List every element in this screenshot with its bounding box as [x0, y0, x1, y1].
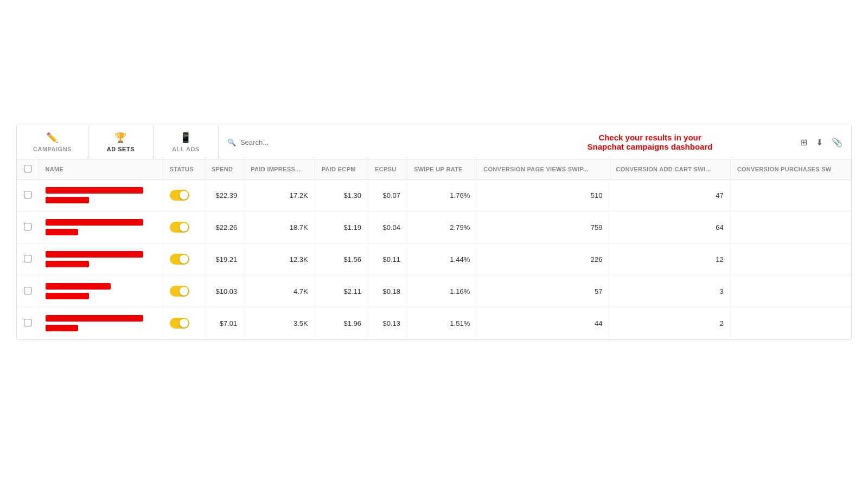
allads-icon: 📱: [180, 132, 192, 144]
search-icon: 🔍: [227, 138, 236, 146]
table-header-row: NAME STATUS SPEND PAID IMPRESS... PAID E…: [17, 159, 851, 179]
row-name: [39, 307, 163, 339]
adsets-icon: 🏆: [114, 132, 127, 144]
row-conv-purchases: [730, 243, 851, 275]
redacted-bar: [46, 261, 89, 267]
row-spend: $22.39: [205, 179, 244, 211]
row-checkbox-cell: [17, 307, 39, 339]
redacted-bar: [46, 229, 78, 235]
header-conv-add-cart: CONVERSION ADD CART SWI...: [609, 159, 730, 179]
redacted-bar: [46, 251, 143, 258]
row-name: [39, 243, 163, 275]
redacted-bar: [46, 315, 143, 322]
banner-line2: Snapchat campaigns dashboard: [514, 142, 786, 151]
row-swipe-up-rate: 1.16%: [407, 275, 477, 307]
status-toggle[interactable]: [170, 254, 189, 265]
row-paid-impressions: 17.2K: [244, 179, 315, 211]
header-check[interactable]: [17, 159, 39, 179]
tab-adsets[interactable]: 🏆 AD SETS: [88, 125, 154, 159]
row-conv-purchases: [730, 211, 851, 243]
allads-label: ALL ADS: [172, 146, 200, 152]
search-input[interactable]: [240, 138, 349, 146]
row-checkbox[interactable]: [24, 255, 31, 262]
row-name: [39, 211, 163, 243]
row-ecpsu: $0.11: [368, 243, 407, 275]
header-spend: SPEND: [205, 159, 244, 179]
table-row: $7.013.5K$1.96$0.131.51%442: [17, 307, 851, 339]
row-conv-page-views: 510: [477, 179, 609, 211]
tab-campaigns[interactable]: ✏️ CAMPAIGNS: [17, 125, 88, 159]
toolbar-right: ⊞ ⬇ 📎: [792, 137, 851, 147]
redacted-bar: [46, 187, 143, 194]
row-spend: $7.01: [205, 307, 244, 339]
row-swipe-up-rate: 1.76%: [407, 179, 477, 211]
toggle-track: [170, 190, 189, 201]
row-status: [163, 275, 205, 307]
row-conv-page-views: 57: [477, 275, 609, 307]
header-conv-page-views: CONVERSION PAGE VIEWS SWIP...: [477, 159, 609, 179]
banner-text: Check your results in your Snapchat camp…: [508, 127, 792, 157]
row-ecpsu: $0.04: [368, 211, 407, 243]
select-all-checkbox[interactable]: [24, 165, 31, 172]
header-name: NAME: [39, 159, 163, 179]
toggle-track: [170, 318, 189, 329]
redacted-bar: [46, 197, 89, 203]
row-paid-ecpm: $1.30: [315, 179, 368, 211]
row-conv-add-cart: 2: [609, 307, 730, 339]
table-row: $22.3917.2K$1.30$0.071.76%51047: [17, 179, 851, 211]
toggle-thumb: [180, 287, 188, 296]
table-row: $10.034.7K$2.11$0.181.16%573: [17, 275, 851, 307]
campaigns-icon: ✏️: [46, 132, 59, 144]
row-status: [163, 243, 205, 275]
clip-icon[interactable]: 📎: [832, 137, 843, 147]
row-checkbox-cell: [17, 211, 39, 243]
row-name: [39, 179, 163, 211]
download-icon[interactable]: ⬇: [816, 137, 823, 147]
status-toggle[interactable]: [170, 190, 189, 201]
redacted-bar: [46, 283, 111, 290]
status-toggle[interactable]: [170, 222, 189, 233]
row-conv-add-cart: 3: [609, 275, 730, 307]
header-ecpsu: ECPSU: [368, 159, 407, 179]
row-checkbox[interactable]: [24, 223, 31, 230]
row-paid-ecpm: $1.96: [315, 307, 368, 339]
redacted-bar: [46, 293, 89, 299]
tab-allads[interactable]: 📱 ALL ADS: [154, 125, 219, 159]
status-toggle[interactable]: [170, 318, 189, 329]
header-paid-impressions: PAID IMPRESS...: [244, 159, 315, 179]
row-checkbox-cell: [17, 275, 39, 307]
header-paid-ecpm: PAID ECPM: [315, 159, 368, 179]
top-nav: ✏️ CAMPAIGNS 🏆 AD SETS 📱 ALL ADS 🔍 Check…: [17, 125, 851, 159]
row-spend: $19.21: [205, 243, 244, 275]
row-status: [163, 211, 205, 243]
table-row: $19.2112.3K$1.56$0.111.44%22612: [17, 243, 851, 275]
dashboard-container: ✏️ CAMPAIGNS 🏆 AD SETS 📱 ALL ADS 🔍 Check…: [16, 125, 852, 340]
row-swipe-up-rate: 1.44%: [407, 243, 477, 275]
row-conv-add-cart: 12: [609, 243, 730, 275]
row-checkbox[interactable]: [24, 287, 31, 294]
data-table: NAME STATUS SPEND PAID IMPRESS... PAID E…: [17, 159, 851, 339]
redacted-bar: [46, 325, 78, 331]
row-swipe-up-rate: 1.51%: [407, 307, 477, 339]
toggle-track: [170, 254, 189, 265]
row-conv-add-cart: 64: [609, 211, 730, 243]
row-paid-impressions: 3.5K: [244, 307, 315, 339]
row-name: [39, 275, 163, 307]
status-toggle[interactable]: [170, 286, 189, 297]
table-row: $22.2618.7K$1.19$0.042.79%75964: [17, 211, 851, 243]
row-paid-ecpm: $1.19: [315, 211, 368, 243]
columns-icon[interactable]: ⊞: [800, 137, 807, 147]
header-swipe-up-rate: SWIPE UP RATE: [407, 159, 477, 179]
row-ecpsu: $0.18: [368, 275, 407, 307]
row-paid-impressions: 12.3K: [244, 243, 315, 275]
row-spend: $22.26: [205, 211, 244, 243]
row-conv-page-views: 44: [477, 307, 609, 339]
toggle-thumb: [180, 223, 188, 232]
row-checkbox-cell: [17, 243, 39, 275]
row-ecpsu: $0.13: [368, 307, 407, 339]
row-paid-ecpm: $1.56: [315, 243, 368, 275]
row-checkbox[interactable]: [24, 191, 31, 198]
row-conv-page-views: 759: [477, 211, 609, 243]
row-checkbox[interactable]: [24, 319, 31, 326]
redacted-bar: [46, 219, 143, 226]
